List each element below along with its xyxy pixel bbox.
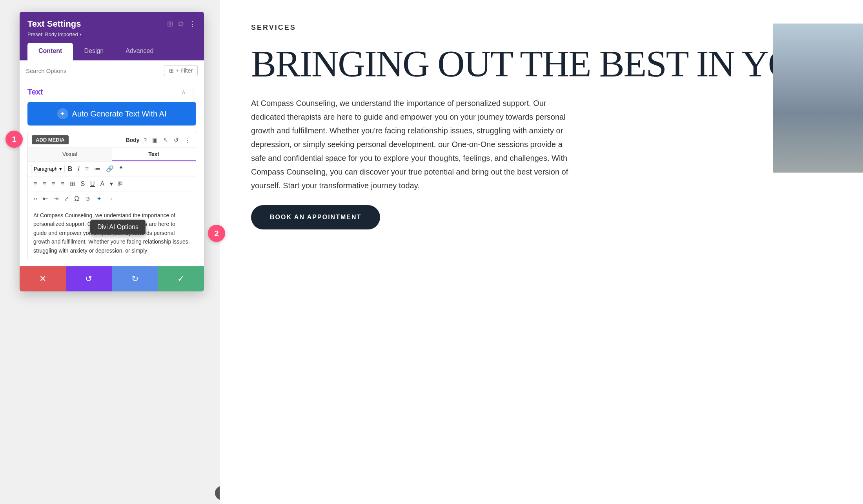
toolbar-undo-icon[interactable]: ↺ bbox=[172, 136, 180, 144]
tab-advanced[interactable]: Advanced bbox=[115, 43, 164, 60]
cancel-button[interactable]: ✕ bbox=[20, 266, 66, 291]
panel-tabs: Content Design Advanced bbox=[27, 43, 196, 60]
fullscreen-button[interactable]: ⤢ bbox=[62, 194, 71, 204]
thumbnail-inner bbox=[773, 24, 863, 173]
text-section: Text ∧ ⋮ ✦ Auto Generate Text With AI AD… bbox=[20, 81, 204, 266]
paragraph-select[interactable]: Paragraph ▾ bbox=[31, 165, 65, 173]
section-header-icons: ∧ ⋮ bbox=[181, 88, 196, 96]
collapse-icon[interactable]: ∧ bbox=[181, 88, 186, 96]
more-options-icon[interactable]: ⋮ bbox=[189, 20, 196, 28]
preset-arrow-icon[interactable]: ▾ bbox=[80, 32, 82, 36]
align-justify-button[interactable]: ≡ bbox=[58, 179, 67, 189]
unordered-list-button[interactable]: ≡ bbox=[83, 164, 91, 174]
section-more-icon[interactable]: ⋮ bbox=[190, 88, 196, 96]
panel-header: Text Settings ⊞ ⧉ ⋮ Preset: Body importe… bbox=[20, 12, 204, 60]
settings-panel: Text Settings ⊞ ⧉ ⋮ Preset: Body importe… bbox=[20, 12, 204, 291]
expand-icon[interactable]: ⧉ bbox=[178, 20, 184, 28]
toolbar-help-icon[interactable]: ? bbox=[142, 136, 148, 144]
thumbnail-image bbox=[773, 24, 863, 173]
panel-preset: Preset: Body imported ▾ bbox=[27, 31, 196, 37]
undo-button[interactable]: ↺ bbox=[66, 266, 112, 291]
text-color-button[interactable]: A bbox=[98, 179, 107, 189]
italic-button[interactable]: I bbox=[75, 164, 82, 174]
content-area: SERVICES BRINGING OUT THE BEST IN YOU At… bbox=[220, 0, 863, 504]
redo-button[interactable]: ↻ bbox=[112, 266, 158, 291]
divi-ai-options-tooltip: Divi AI Options bbox=[90, 220, 146, 235]
body-text: At Compass Counseling, we understand the… bbox=[251, 96, 573, 193]
toolbar-device-icon[interactable]: ▣ bbox=[151, 136, 159, 144]
filter-icon: ⊞ bbox=[169, 67, 174, 74]
align-left-button[interactable]: ≡ bbox=[31, 179, 39, 189]
bold-button[interactable]: B bbox=[66, 164, 75, 174]
format-toolbar-row2: Paragraph ▾ B I ≡ ≔ 🔗 ❝ bbox=[28, 162, 196, 176]
step-badge-1: 1 bbox=[5, 131, 23, 148]
add-media-button[interactable]: ADD MEDIA bbox=[32, 135, 69, 144]
table-button[interactable]: ⊞ bbox=[67, 179, 77, 189]
section-title: Text bbox=[27, 87, 43, 96]
emoji-button[interactable]: ☺ bbox=[82, 194, 93, 204]
tab-visual[interactable]: Visual bbox=[28, 148, 112, 161]
strikethrough-button[interactable]: S bbox=[78, 179, 87, 189]
toolbar-row1: ADD MEDIA Body ? ▣ ↖ ↺ ⋮ bbox=[28, 132, 196, 148]
save-button[interactable]: ✓ bbox=[158, 266, 204, 291]
paste-button[interactable]: ⎘ bbox=[116, 179, 125, 189]
format-toolbar-row3: ≡ ≡ ≡ ≡ ⊞ S U A ▾ ⎘ bbox=[28, 176, 196, 191]
panel-title: Text Settings bbox=[27, 19, 81, 29]
headline: BRINGING OUT THE BEST IN YOU bbox=[251, 44, 832, 84]
format-toolbar-row4: x₂ ⇤ ⇥ ⤢ Ω ☺ ✦ → bbox=[28, 191, 196, 206]
paragraph-arrow-icon: ▾ bbox=[59, 166, 62, 172]
services-label: SERVICES bbox=[251, 24, 832, 32]
editor-toolbar: ADD MEDIA Body ? ▣ ↖ ↺ ⋮ Visual Text bbox=[27, 132, 196, 260]
ai-generate-button[interactable]: ✦ Auto Generate Text With AI bbox=[27, 102, 196, 126]
filter-button[interactable]: ⊞ + Filter bbox=[164, 65, 198, 76]
section-header: Text ∧ ⋮ bbox=[27, 87, 196, 96]
blockquote-button[interactable]: ❝ bbox=[117, 164, 125, 174]
book-appointment-button[interactable]: BOOK AN APPOINTMENT bbox=[251, 205, 380, 229]
search-input[interactable] bbox=[26, 67, 161, 74]
panel-header-icons: ⊞ ⧉ ⋮ bbox=[167, 20, 196, 28]
search-bar: ⊞ + Filter bbox=[20, 60, 204, 81]
tab-design[interactable]: Design bbox=[73, 43, 115, 60]
subscript-button[interactable]: x₂ bbox=[31, 195, 40, 202]
action-bar: ✕ ↺ ↻ ✓ bbox=[20, 266, 204, 291]
indent-left-button[interactable]: ⇤ bbox=[40, 194, 50, 204]
link-button[interactable]: 🔗 bbox=[104, 164, 116, 174]
ordered-list-button[interactable]: ≔ bbox=[92, 164, 103, 174]
align-right-button[interactable]: ≡ bbox=[49, 179, 58, 189]
toolbar-body-label: Body bbox=[126, 137, 140, 143]
toolbar-more-icon[interactable]: ⋮ bbox=[183, 136, 192, 144]
underline-button[interactable]: U bbox=[88, 179, 97, 189]
panel-header-top: Text Settings ⊞ ⧉ ⋮ bbox=[27, 19, 196, 29]
text-color-arrow-icon[interactable]: ▾ bbox=[107, 179, 115, 189]
focus-icon[interactable]: ⊞ bbox=[167, 20, 173, 28]
tab-content[interactable]: Content bbox=[27, 43, 73, 60]
align-center-button[interactable]: ≡ bbox=[40, 179, 48, 189]
ai-inline-button[interactable]: ✦ bbox=[94, 194, 104, 204]
panel-wrapper: 1 Text Settings ⊞ ⧉ ⋮ Preset: Body impor… bbox=[0, 0, 220, 504]
tab-text[interactable]: Text bbox=[112, 148, 196, 161]
more-formats-button[interactable]: → bbox=[105, 194, 116, 204]
ai-icon: ✦ bbox=[57, 108, 68, 119]
toolbar-cursor-icon[interactable]: ↖ bbox=[162, 136, 170, 144]
step-badge-2: 2 bbox=[208, 225, 225, 242]
editor-tab-row: Visual Text bbox=[28, 148, 196, 162]
indent-right-button[interactable]: ⇥ bbox=[51, 194, 61, 204]
special-chars-button[interactable]: Ω bbox=[72, 194, 82, 204]
